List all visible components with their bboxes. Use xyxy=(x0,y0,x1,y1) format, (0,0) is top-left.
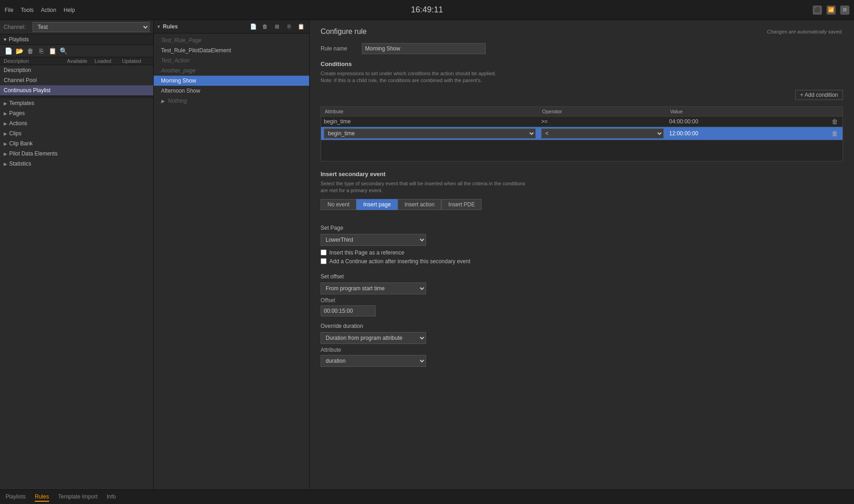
rule-name-input[interactable] xyxy=(362,43,486,54)
rule-test-pde[interactable]: Test_Rule_PilotDataElement xyxy=(154,45,309,55)
tab-rules[interactable]: Rules xyxy=(35,493,49,502)
top-bar-right: ⬛ 📶 ⚙ xyxy=(813,6,849,15)
actions-arrow-icon: ▶ xyxy=(4,121,7,126)
playlist-item-channelpool[interactable]: Channel Pool xyxy=(0,75,153,85)
rule-test-rule-page[interactable]: Test_Rule_Page xyxy=(154,35,309,45)
insert-pde-btn[interactable]: Insert PDE xyxy=(441,199,482,210)
condition-op-1-select[interactable]: < xyxy=(541,128,664,138)
nav-pde[interactable]: ▶ Pilot Data Elements xyxy=(0,149,153,159)
override-duration-select[interactable]: Duration from program attribute xyxy=(321,332,426,344)
menu-help[interactable]: Help xyxy=(64,7,75,13)
menu-tools[interactable]: Tools xyxy=(21,7,33,13)
insert-page-btn[interactable]: Insert page xyxy=(356,199,398,210)
nav-pages[interactable]: ▶ Pages xyxy=(0,108,153,118)
nav-pages-label: Pages xyxy=(9,110,25,116)
attribute-select[interactable]: duration xyxy=(321,355,426,367)
conditions-title: Conditions xyxy=(321,61,843,67)
status-tabs: Playlists Rules Template Import Info xyxy=(6,493,116,502)
nav-pde-label: Pilot Data Elements xyxy=(9,150,57,157)
add-continue-checkbox[interactable] xyxy=(321,258,327,264)
nav-section: ▶ Templates ▶ Pages ▶ Actions ▶ Clips ▶ … xyxy=(0,98,153,489)
menu-file[interactable]: File xyxy=(5,7,13,13)
col-actions xyxy=(829,107,843,116)
nav-statistics[interactable]: ▶ Statistics xyxy=(0,159,153,169)
rules-layout-btn[interactable]: ⊞ xyxy=(272,22,282,31)
nav-actions[interactable]: ▶ Actions xyxy=(0,118,153,128)
rules-copy-btn[interactable]: ⎘ xyxy=(284,22,294,31)
add-continue-row: Add a Continue action after inserting th… xyxy=(321,258,843,265)
set-page-select[interactable]: LowerThird xyxy=(321,234,426,246)
tab-info[interactable]: Info xyxy=(107,493,116,502)
channel-select[interactable]: Test xyxy=(33,22,150,32)
rules-delete-btn[interactable]: 🗑 xyxy=(261,22,270,31)
no-event-btn[interactable]: No event xyxy=(321,199,356,210)
col-attribute: Attribute xyxy=(321,107,538,116)
offset-input[interactable] xyxy=(321,305,376,316)
signal-icon[interactable]: 📶 xyxy=(826,6,836,15)
rules-panel: ▾ Rules 📄 🗑 ⊞ ⎘ 📋 Test_Rule_Page Test_Ru… xyxy=(154,20,310,489)
playlist-toolbar: 📄 📂 🗑 ⎘ 📋 🔍 xyxy=(0,45,153,57)
rules-paste-btn[interactable]: 📋 xyxy=(296,22,305,31)
condition-del-0[interactable]: 🗑 xyxy=(829,116,843,127)
tab-playlists[interactable]: Playlists xyxy=(6,493,26,502)
rule-afternoon-show[interactable]: Afternoon Show xyxy=(154,86,309,96)
insert-button-group: No event Insert page Insert action Inser… xyxy=(321,199,843,210)
nav-templates[interactable]: ▶ Templates xyxy=(0,98,153,108)
nav-clipbank-label: Clip Bank xyxy=(9,140,33,147)
condition-op-1[interactable]: < xyxy=(538,127,666,140)
status-bar: Playlists Rules Template Import Info xyxy=(0,489,854,504)
menu-action[interactable]: Action xyxy=(41,7,56,13)
conditions-desc: Create expressions to set under which co… xyxy=(321,70,843,84)
nav-clips[interactable]: ▶ Clips xyxy=(0,128,153,138)
copy-btn[interactable]: ⎘ xyxy=(37,46,46,55)
condition-attr-1-select[interactable]: begin_time xyxy=(324,128,536,138)
playlists-arrow-icon: ▾ xyxy=(4,36,6,43)
delete-condition-1-btn[interactable]: 🗑 xyxy=(832,130,838,137)
rules-tree: Test_Rule_Page Test_Rule_PilotDataElemen… xyxy=(154,33,309,489)
playlist-item-description[interactable]: Description xyxy=(0,65,153,75)
delete-condition-0-btn[interactable]: 🗑 xyxy=(832,118,838,125)
condition-row-1[interactable]: begin_time < 12:00:00:00 🗑 xyxy=(321,127,843,140)
settings-icon[interactable]: ⚙ xyxy=(840,6,849,15)
insert-reference-checkbox[interactable] xyxy=(321,249,327,255)
pde-arrow-icon: ▶ xyxy=(4,151,7,156)
nav-clips-label: Clips xyxy=(9,130,22,137)
clock-display: 16:49:11 xyxy=(411,5,443,15)
conditions-table: Attribute Operator Value begin_time >= 0… xyxy=(321,107,843,140)
override-duration-label: Override duration xyxy=(321,323,843,329)
rules-new-btn[interactable]: 📄 xyxy=(249,22,258,31)
delete-btn[interactable]: 🗑 xyxy=(26,46,35,55)
tab-template-import[interactable]: Template Import xyxy=(58,493,98,502)
condition-row-0[interactable]: begin_time >= 04:00:00:00 🗑 xyxy=(321,116,843,127)
condition-del-1[interactable]: 🗑 xyxy=(829,127,843,140)
configure-title: Configure rule xyxy=(321,28,367,36)
rules-collapse-icon[interactable]: ▾ xyxy=(157,23,160,30)
playlist-item-continuous[interactable]: Continuous Playlist xyxy=(0,85,153,95)
templates-arrow-icon: ▶ xyxy=(4,101,7,106)
rule-another-page[interactable]: Another_page xyxy=(154,66,309,76)
col-operator: Operator xyxy=(538,107,666,116)
rule-test-action[interactable]: Test_Action xyxy=(154,55,309,66)
insert-action-btn[interactable]: Insert action xyxy=(398,199,441,210)
paste-btn[interactable]: 📋 xyxy=(48,46,57,55)
rule-morning-show[interactable]: Morning Show xyxy=(154,76,309,86)
set-offset-select[interactable]: From program start time xyxy=(321,282,426,294)
nav-clipbank[interactable]: ▶ Clip Bank xyxy=(0,138,153,149)
rule-name-label: Rule name xyxy=(321,45,362,52)
search-btn[interactable]: 🔍 xyxy=(59,46,68,55)
monitor-icon[interactable]: ⬛ xyxy=(813,6,822,15)
right-panel: Configure rule Changes are automatically… xyxy=(310,20,854,489)
clipbank-arrow-icon: ▶ xyxy=(4,141,7,146)
playlist-col-headers: Description Available Loaded Updated xyxy=(0,57,153,65)
offset-label: Offset xyxy=(321,297,843,304)
set-page-section: Set Page LowerThird Insert this Page as … xyxy=(321,225,843,267)
condition-attr-1[interactable]: begin_time xyxy=(321,127,538,140)
pages-arrow-icon: ▶ xyxy=(4,111,7,116)
col-description: Description xyxy=(4,58,67,64)
add-condition-btn[interactable]: + Add condition xyxy=(795,90,843,100)
open-btn[interactable]: 📂 xyxy=(15,46,24,55)
conditions-area: Attribute Operator Value begin_time >= 0… xyxy=(321,106,843,161)
new-btn[interactable]: 📄 xyxy=(4,46,13,55)
set-offset-section: Set offset From program start time Offse… xyxy=(321,273,843,316)
rule-nothing[interactable]: ▶ Nothing xyxy=(154,96,309,106)
